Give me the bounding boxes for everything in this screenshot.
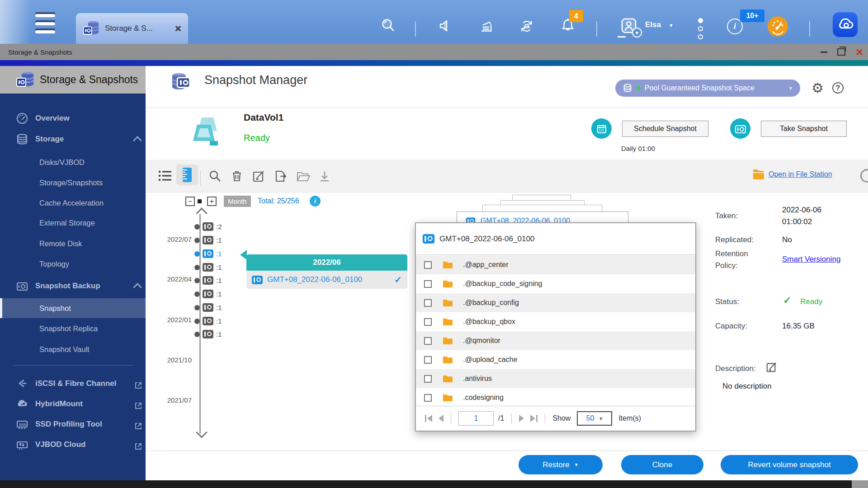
clone-button[interactable]: Clone	[621, 455, 703, 474]
sidebar-item-topology[interactable]: Topology	[0, 257, 146, 271]
sidebar-item-remote-disk[interactable]: Remote Disk	[0, 237, 146, 250]
sidebar-item-snapshot-backup[interactable]: Snapshot Backup	[0, 277, 146, 295]
background-tasks-icon[interactable]	[478, 18, 494, 34]
checkbox[interactable]	[424, 375, 432, 383]
folder-row[interactable]: .@app_center	[416, 255, 695, 274]
user-menu-caret-icon[interactable]: ▼	[669, 23, 674, 28]
pool-guaranteed-snapshot-space-button[interactable]: Pool Guaranteed Snapshot Space ▼	[615, 80, 800, 97]
settings-gear-icon[interactable]: ⚙	[811, 80, 824, 96]
chevron-up-icon[interactable]	[133, 136, 142, 145]
folder-row[interactable]: .@backup_code_signing	[416, 274, 695, 293]
myqnapcloud-icon[interactable]	[833, 12, 858, 37]
folder-row[interactable]: .@backup_config	[416, 293, 695, 312]
file-station-folder-icon[interactable]	[752, 169, 765, 180]
window-minimize-icon[interactable]	[821, 52, 827, 53]
checkbox[interactable]	[424, 261, 432, 269]
download-icon[interactable]	[319, 170, 330, 183]
main-menu-button[interactable]	[35, 14, 55, 38]
folder-icon	[443, 280, 453, 288]
sidebar-item-storage[interactable]: Storage	[0, 130, 146, 148]
revert-volume-snapshot-button[interactable]: Revert volume snapshot	[721, 455, 858, 474]
first-page-icon[interactable]	[425, 415, 432, 422]
checkbox[interactable]	[424, 280, 432, 288]
checkbox[interactable]	[424, 299, 432, 307]
folder-row[interactable]: .@qmonitor	[416, 331, 695, 350]
window-maximize-icon[interactable]	[837, 48, 845, 56]
previous-page-icon[interactable]	[439, 415, 443, 422]
sidebar-item-external-storage[interactable]: External Storage	[0, 216, 146, 230]
timeline-snapshot-marker[interactable]: :1	[194, 317, 222, 325]
resource-monitor-icon[interactable]	[768, 16, 788, 37]
timeline-snapshot-marker[interactable]: :1	[194, 330, 222, 338]
restore-button[interactable]: Restore ▼	[519, 455, 603, 474]
status-check-icon: ✓	[783, 295, 791, 306]
timeline-year-label: 2021/10	[157, 356, 192, 364]
sidebar-item-hybridmount[interactable]: HybridMount	[0, 395, 146, 413]
timeline-snapshot-marker[interactable]: :1	[194, 236, 222, 244]
sidebar-item-snapshot-replica[interactable]: Snapshot Replica	[0, 322, 146, 335]
schedule-calendar-icon[interactable]	[591, 118, 612, 139]
sidebar-item-vjbod-cloud[interactable]: VJBOD Cloud	[0, 436, 146, 454]
zoom-out-button[interactable]: −	[185, 197, 195, 206]
edit-description-icon[interactable]	[766, 361, 778, 373]
sidebar-item-iscsi-fibre-channel[interactable]: iSCSI & Fibre Channel	[0, 375, 146, 393]
folder-row[interactable]: .@upload_cache	[416, 350, 695, 369]
folder-icon	[443, 394, 453, 402]
folder-row[interactable]: .@backup_qbox	[416, 312, 695, 331]
tab-label: Storage & S...	[105, 24, 153, 33]
announcement-icon[interactable]	[437, 18, 453, 34]
checkbox[interactable]	[424, 356, 432, 364]
app-tab-storage-snapshots[interactable]: Storage & S... ✕	[76, 13, 188, 44]
window-close-icon[interactable]: ✕	[855, 47, 863, 57]
list-view-icon[interactable]	[158, 170, 172, 182]
sidebar-item-cache-acceleration[interactable]: Cache Acceleration	[0, 196, 146, 210]
checkbox[interactable]	[424, 394, 432, 402]
sidebar-item-snapshot[interactable]: Snapshot	[0, 298, 146, 318]
next-page-icon[interactable]	[519, 415, 524, 422]
timeline-snapshot-marker-selected[interactable]: :1	[194, 249, 222, 258]
schedule-snapshot-button[interactable]: Schedule Snapshot	[622, 121, 708, 137]
sidebar-item-snapshot-vault[interactable]: Snapshot Vault	[0, 343, 146, 356]
sidebar-item-disks-vjbod[interactable]: Disks/VJBOD	[0, 155, 146, 169]
selected-snapshot-row[interactable]: GMT+08_2022-06-06_0100 ✓	[246, 271, 407, 289]
tab-close-icon[interactable]: ✕	[175, 23, 182, 34]
help-icon[interactable]: ?	[832, 82, 844, 94]
edit-icon[interactable]	[252, 170, 266, 183]
search-icon[interactable]	[380, 18, 396, 34]
delete-icon[interactable]	[231, 170, 243, 183]
iscsi-icon	[15, 377, 29, 390]
timeline-snapshot-marker[interactable]: :2	[194, 222, 222, 231]
checkbox[interactable]	[424, 337, 432, 345]
take-snapshot-camera-icon[interactable]	[730, 118, 750, 139]
timeline-view-button[interactable]	[176, 164, 198, 185]
storage-snapshots-app-icon	[15, 70, 35, 90]
info-icon[interactable]: i	[310, 196, 321, 206]
export-icon[interactable]	[274, 170, 288, 183]
zoom-in-button[interactable]: +	[207, 197, 217, 206]
chevron-up-icon[interactable]	[133, 283, 142, 292]
open-in-file-station-link[interactable]: Open in File Station	[769, 170, 832, 178]
retention-policy-link[interactable]: Smart Versioning	[782, 255, 840, 264]
user-name[interactable]: Elsa	[645, 20, 661, 29]
last-page-icon[interactable]	[530, 415, 538, 422]
window-title-bar[interactable]: Storage & Snapshots ✕	[0, 44, 868, 60]
snapshot-manager-icon	[169, 70, 191, 93]
sidebar-item-ssd-profiling-tool[interactable]: SSD SSD Profiling Tool	[0, 415, 146, 433]
open-folder-icon[interactable]	[296, 170, 311, 183]
more-options-icon[interactable]	[698, 18, 703, 39]
folder-row[interactable]: .codesigning	[416, 388, 695, 407]
checkbox[interactable]	[424, 318, 432, 326]
snapshot-icon	[203, 263, 213, 272]
timeline-snapshot-marker[interactable]: :1	[194, 263, 222, 272]
folder-row[interactable]: .antivirus	[416, 369, 695, 388]
take-snapshot-button[interactable]: Take Snapshot	[761, 121, 847, 137]
timeline-snapshot-marker[interactable]: :1	[194, 276, 222, 285]
timeline-snapshot-marker[interactable]: :1	[194, 290, 222, 298]
sync-icon[interactable]	[518, 18, 535, 35]
sidebar-item-overview[interactable]: Overview	[0, 109, 146, 127]
sidebar-item-storage-snapshots[interactable]: Storage/Snapshots	[0, 176, 146, 189]
page-size-select[interactable]: 50 ▼	[577, 411, 612, 426]
timeline-snapshot-marker[interactable]: :1	[194, 303, 222, 312]
search-snapshots-icon[interactable]	[208, 170, 221, 183]
page-number-input[interactable]: 1	[458, 411, 494, 426]
